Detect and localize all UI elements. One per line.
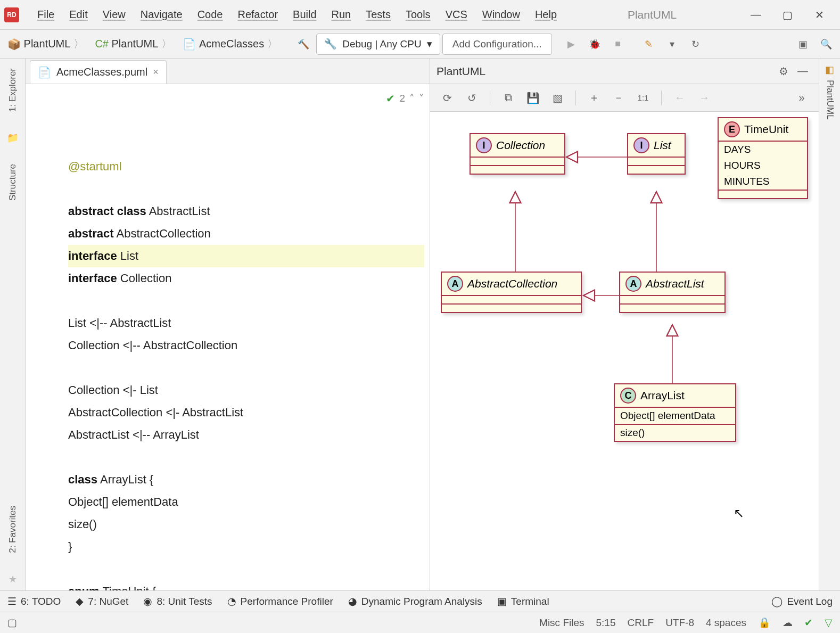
sidebar-tab-explorer[interactable]: 1: Explorer bbox=[5, 64, 20, 116]
sidebar-tab-plantuml[interactable]: PlantUML bbox=[822, 76, 837, 124]
breadcrumb[interactable]: 📄 AcmeClasses bbox=[178, 36, 282, 52]
code-line: Object[] elementData bbox=[68, 491, 424, 513]
chevron-down-icon[interactable]: ▾ bbox=[662, 34, 683, 55]
menu-tools[interactable]: Tools bbox=[398, 6, 438, 23]
nav-forward-icon[interactable]: → bbox=[695, 88, 714, 108]
breadcrumb[interactable]: C# PlantUML bbox=[90, 36, 176, 52]
list-icon: ☰ bbox=[7, 595, 17, 607]
code-cleanup-icon[interactable]: ✎ bbox=[638, 34, 660, 55]
minimize-panel-icon[interactable]: — bbox=[793, 62, 812, 81]
code-line bbox=[68, 290, 424, 312]
main-area: 1: Explorer 📁 Structure 2: Favorites ★ 📄… bbox=[0, 59, 840, 590]
profiler-icon: ◔ bbox=[227, 595, 236, 607]
menu-file[interactable]: File bbox=[30, 6, 62, 23]
search-everywhere-icon[interactable]: 🔍 bbox=[816, 34, 837, 55]
breadcrumb[interactable]: 📦 PlantUML bbox=[3, 36, 88, 52]
editor-tabs: 📄 AcmeClasses.puml × bbox=[26, 59, 430, 84]
menu-build[interactable]: Build bbox=[285, 6, 324, 23]
close-tab-icon[interactable]: × bbox=[153, 67, 159, 78]
gear-icon[interactable]: ⚙ bbox=[774, 62, 793, 81]
menu-vcs[interactable]: VCS bbox=[438, 6, 475, 23]
code-line: enum TimeUnit { bbox=[68, 580, 424, 590]
open-external-icon[interactable]: ▧ bbox=[548, 88, 567, 108]
zoom-reset-icon[interactable]: 1:1 bbox=[633, 88, 653, 108]
code-line bbox=[68, 446, 424, 468]
tool-windows-icon[interactable]: ▢ bbox=[7, 616, 17, 629]
menu-view[interactable]: View bbox=[95, 6, 133, 23]
main-menu: FileEditViewNavigateCodeRefactorBuildRun… bbox=[30, 6, 564, 23]
plantuml-tool-icon[interactable]: ◧ bbox=[825, 64, 834, 76]
window-title: PlantUML bbox=[628, 9, 677, 21]
lock-icon[interactable]: 🔒 bbox=[758, 616, 771, 629]
uml-class-abstractlist: AAbstractList bbox=[619, 272, 726, 313]
play-window-icon[interactable]: ▣ bbox=[792, 34, 813, 55]
puml-file-icon: 📄 bbox=[38, 66, 51, 79]
diagram-canvas[interactable]: ICollection IList ETimeUnit DAYS HOURS M… bbox=[430, 112, 819, 590]
chevron-down-icon[interactable]: ˅ bbox=[419, 87, 424, 110]
editor-tab[interactable]: 📄 AcmeClasses.puml × bbox=[30, 60, 167, 84]
nav-back-icon[interactable]: ← bbox=[670, 88, 689, 108]
shield-icon[interactable]: ▽ bbox=[825, 616, 833, 629]
refresh-icon[interactable]: ⟳ bbox=[438, 88, 457, 108]
status-caret-pos[interactable]: 5:15 bbox=[596, 617, 616, 629]
menu-help[interactable]: Help bbox=[528, 6, 564, 23]
menu-edit[interactable]: Edit bbox=[62, 6, 95, 23]
close-button[interactable]: ✕ bbox=[804, 4, 836, 26]
status-encoding[interactable]: UTF-8 bbox=[665, 617, 694, 629]
zoom-out-icon[interactable]: － bbox=[609, 88, 628, 108]
preview-panel-header: PlantUML ⚙ — bbox=[430, 59, 819, 84]
tool-nuget[interactable]: ◆7: NuGet bbox=[76, 595, 128, 607]
menu-navigate[interactable]: Navigate bbox=[133, 6, 190, 23]
status-line-ending[interactable]: CRLF bbox=[628, 617, 654, 629]
tool-unit-tests[interactable]: ◉8: Unit Tests bbox=[143, 595, 212, 607]
status-indent[interactable]: 4 spaces bbox=[706, 617, 746, 629]
chevron-up-icon[interactable]: ˄ bbox=[409, 87, 415, 110]
toolbar: 📦 PlantUML C# PlantUML 📄 AcmeClasses 🔨 🔧… bbox=[0, 30, 840, 59]
debug-config-icon: 🔧 bbox=[324, 38, 337, 50]
tool-event-log[interactable]: ◯Event Log bbox=[771, 595, 833, 607]
minimize-button[interactable]: — bbox=[740, 4, 772, 26]
uml-class-arraylist: CArrayList Object[] elementData size() bbox=[614, 383, 736, 442]
sync-icon[interactable]: ☁ bbox=[783, 616, 793, 629]
star-icon: ★ bbox=[9, 573, 17, 585]
dpa-icon: ◕ bbox=[348, 595, 357, 607]
save-icon[interactable]: 💾 bbox=[523, 88, 542, 108]
copy-icon[interactable]: ⧉ bbox=[499, 88, 518, 108]
mouse-cursor-icon: ↖ bbox=[734, 506, 744, 521]
debug-icon[interactable]: 🐞 bbox=[584, 34, 605, 55]
menu-window[interactable]: Window bbox=[475, 6, 528, 23]
sidebar-tab-favorites[interactable]: 2: Favorites bbox=[5, 502, 20, 557]
more-icon[interactable]: » bbox=[792, 88, 811, 108]
check-status-icon[interactable]: ✔ bbox=[804, 616, 813, 629]
preview-title: PlantUML bbox=[437, 65, 485, 78]
add-configuration-button[interactable]: Add Configuration... bbox=[442, 34, 552, 55]
uml-class-list: IList bbox=[627, 133, 686, 175]
tool-dpa[interactable]: ◕Dynamic Program Analysis bbox=[348, 595, 482, 607]
maximize-button[interactable]: ▢ bbox=[772, 4, 804, 26]
tool-perf-profiler[interactable]: ◔Performance Profiler bbox=[227, 595, 333, 607]
reload-icon[interactable]: ↺ bbox=[462, 88, 481, 108]
refresh-icon[interactable]: ↻ bbox=[685, 34, 706, 55]
stop-icon[interactable]: ■ bbox=[607, 34, 629, 55]
zoom-in-icon[interactable]: ＋ bbox=[584, 88, 604, 108]
code-line: size() bbox=[68, 513, 424, 536]
code-editor[interactable]: ✔ 2 ˄ ˅ @startuml abstract class Abstrac… bbox=[63, 84, 430, 590]
menu-code[interactable]: Code bbox=[190, 6, 230, 23]
status-misc: Misc Files bbox=[539, 617, 584, 629]
run-icon[interactable]: ▶ bbox=[561, 34, 582, 55]
folder-icon[interactable]: 📁 bbox=[7, 132, 19, 144]
uml-class-abstractcollection: AAbstractCollection bbox=[441, 272, 582, 313]
menu-refactor[interactable]: Refactor bbox=[230, 6, 285, 23]
run-config-combo[interactable]: 🔧 Debug | Any CPU ▾ bbox=[316, 34, 440, 55]
right-gutter: ◧ PlantUML bbox=[819, 59, 840, 590]
bottom-toolbar: ☰6: TODO ◆7: NuGet ◉8: Unit Tests ◔Perfo… bbox=[0, 590, 840, 612]
sidebar-tab-structure[interactable]: Structure bbox=[5, 160, 20, 205]
puml-file-icon: 📄 bbox=[183, 38, 196, 51]
menu-run[interactable]: Run bbox=[324, 6, 359, 23]
inspection-widget[interactable]: ✔ 2 ˄ ˅ bbox=[386, 87, 424, 110]
menu-tests[interactable]: Tests bbox=[358, 6, 398, 23]
tool-todo[interactable]: ☰6: TODO bbox=[7, 595, 61, 607]
build-hammer-icon[interactable]: 🔨 bbox=[293, 34, 314, 55]
left-gutter: 1: Explorer 📁 Structure 2: Favorites ★ bbox=[0, 59, 26, 590]
tool-terminal[interactable]: ▣Terminal bbox=[497, 595, 549, 607]
